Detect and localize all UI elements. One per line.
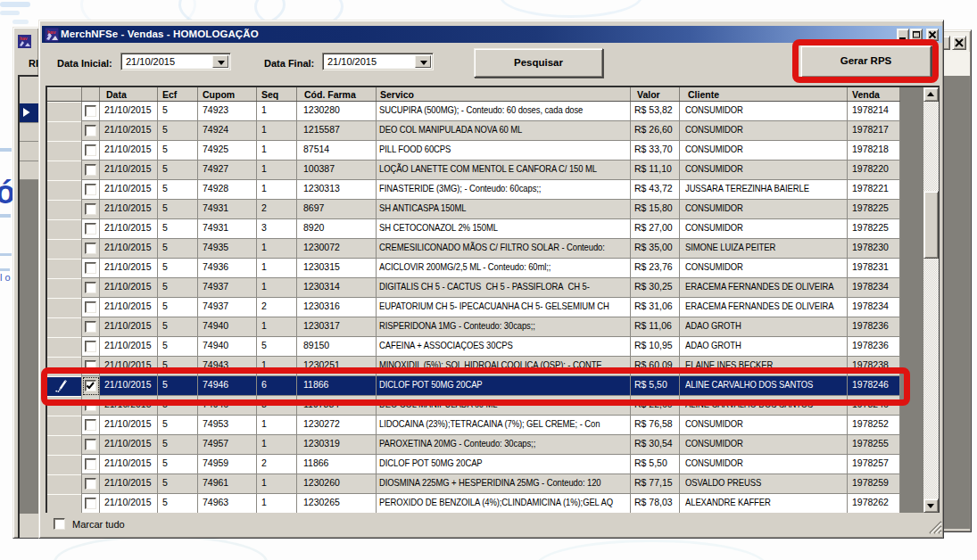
svg-text:hav: hav <box>20 36 28 41</box>
svg-text:hav: hav <box>47 29 56 34</box>
